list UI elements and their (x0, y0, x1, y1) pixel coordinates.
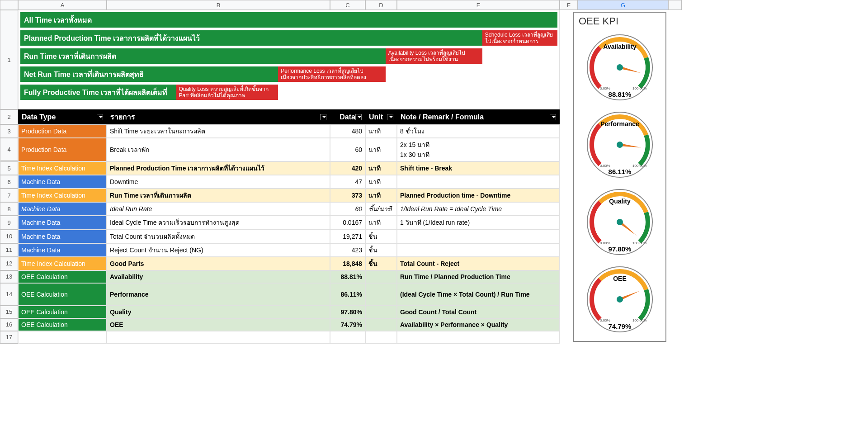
cell-datatype[interactable]: Machine Data (18, 243, 107, 257)
cell-item[interactable]: Ideal Run Rate (107, 202, 330, 216)
cell-unit[interactable]: ชิ้น (365, 230, 397, 243)
cell-unit[interactable] (365, 318, 397, 331)
cell-unit[interactable]: นาที (365, 161, 397, 175)
cell-note[interactable]: 8 ชั่วโมง (397, 124, 560, 138)
row-header-1[interactable]: 1 (0, 10, 18, 109)
row-header-14[interactable]: 14 (0, 283, 18, 306)
cell-data[interactable]: 60 (330, 138, 365, 161)
empty-cell[interactable] (107, 331, 330, 344)
row-header-16[interactable]: 16 (0, 318, 18, 331)
cell-note[interactable]: 1 วินาที (1/Ideal run rate) (397, 216, 560, 229)
row-header-15[interactable]: 15 (0, 306, 18, 318)
cell-note[interactable] (397, 175, 560, 189)
col-header-A[interactable]: A (18, 0, 107, 10)
row-header-11[interactable]: 11 (0, 243, 18, 257)
cell-note[interactable]: 2x 15 นาที 1x 30 นาที (397, 138, 560, 161)
cell-unit[interactable]: นาที (365, 189, 397, 202)
cell-note[interactable]: (Ideal Cycle Time × Total Count) / Run T… (397, 283, 560, 306)
row-header-13[interactable]: 13 (0, 270, 18, 283)
cell-datatype[interactable]: Machine Data (18, 230, 107, 243)
filter-icon[interactable] (320, 114, 326, 120)
row-header-17[interactable]: 17 (0, 331, 18, 344)
row-header-5[interactable]: 5 (0, 161, 18, 175)
col-header-F[interactable]: F (560, 0, 578, 10)
cell-item[interactable]: Shift Time ระยะเวลาในกะการผลิต (107, 124, 330, 138)
cell-item[interactable]: Planned Production Time เวลาการผลิตที่ได… (107, 161, 330, 175)
cell-item[interactable]: Good Parts (107, 257, 330, 270)
cell-data[interactable]: 88.81% (330, 270, 365, 283)
row-header-7[interactable]: 7 (0, 189, 18, 202)
cell-item[interactable]: Availability (107, 270, 330, 283)
cell-data[interactable]: 18,848 (330, 257, 365, 270)
col-header-B[interactable]: B (107, 0, 330, 10)
cell-unit[interactable]: ชิ้น/นาที (365, 202, 397, 216)
cell-item[interactable]: OEE (107, 318, 330, 331)
filter-icon[interactable] (355, 114, 362, 120)
cell-datatype[interactable]: OEE Calculation (18, 318, 107, 331)
cell-data[interactable]: 47 (330, 175, 365, 189)
empty-cell[interactable] (397, 331, 560, 344)
cell-data[interactable]: 420 (330, 161, 365, 175)
row-header-3[interactable]: 3 (0, 124, 18, 138)
cell-item[interactable]: Ideal Cycle Time ความเร็วรอบการทำงานสูงส… (107, 216, 330, 229)
cell-datatype[interactable]: Machine Data (18, 202, 107, 216)
cell-unit[interactable]: นาที (365, 216, 397, 229)
empty-cell[interactable] (365, 331, 397, 344)
cell-data[interactable]: 0.0167 (330, 216, 365, 229)
cell-unit[interactable] (365, 283, 397, 306)
col-header-E[interactable]: E (397, 0, 560, 10)
cell-note[interactable]: Shift time - Break (397, 161, 560, 175)
cell-unit[interactable]: ชิ้น (365, 243, 397, 257)
cell-data[interactable]: 86.11% (330, 283, 365, 306)
cell-datatype[interactable]: Machine Data (18, 175, 107, 189)
cell-unit[interactable]: นาที (365, 138, 397, 161)
col-header-C[interactable]: C (330, 0, 365, 10)
header-datatype[interactable]: Data Type (18, 109, 107, 124)
row-header-10[interactable]: 10 (0, 230, 18, 243)
header-note[interactable]: Note / Remark / Formula (397, 109, 560, 124)
cell-datatype[interactable]: Machine Data (18, 216, 107, 229)
cell-data[interactable]: 480 (330, 124, 365, 138)
cell-note[interactable]: Planned Production time - Downtime (397, 189, 560, 202)
cell-item[interactable]: Run Time เวลาที่เดินการผลิต (107, 189, 330, 202)
cell-datatype[interactable]: Time Index Calculation (18, 189, 107, 202)
cell-datatype[interactable]: Time Index Calculation (18, 161, 107, 175)
cell-data[interactable]: 373 (330, 189, 365, 202)
row-header-8[interactable]: 8 (0, 202, 18, 216)
cell-note[interactable]: Run Time / Planned Production Time (397, 270, 560, 283)
cell-unit[interactable]: นาที (365, 124, 397, 138)
header-unit[interactable]: Unit (365, 109, 397, 124)
row-header-9[interactable]: 9 (0, 216, 18, 229)
cell-data[interactable]: 97.80% (330, 306, 365, 318)
row-header-6[interactable]: 6 (0, 175, 18, 189)
cell-datatype[interactable]: OEE Calculation (18, 306, 107, 318)
cell-item[interactable]: Quality (107, 306, 330, 318)
select-all-corner[interactable] (0, 0, 18, 10)
header-data[interactable]: Data (330, 109, 365, 124)
row-header-12[interactable]: 12 (0, 257, 18, 270)
empty-cell[interactable] (330, 331, 365, 344)
cell-note[interactable]: 1/Ideal Run Rate = Ideal Cycle Time (397, 202, 560, 216)
filter-icon[interactable] (387, 114, 393, 120)
col-header-D[interactable]: D (365, 0, 397, 10)
row-header-4[interactable]: 4 (0, 138, 18, 161)
cell-data[interactable]: 423 (330, 243, 365, 257)
cell-note[interactable] (397, 243, 560, 257)
empty-cell[interactable] (18, 331, 107, 344)
row-header-2[interactable]: 2 (0, 109, 18, 124)
cell-item[interactable]: Break เวลาพัก (107, 138, 330, 161)
cell-note[interactable]: Availability × Performance × Quality (397, 318, 560, 331)
cell-data[interactable]: 19,271 (330, 230, 365, 243)
cell-datatype[interactable]: Time Index Calculation (18, 257, 107, 270)
cell-datatype[interactable]: OEE Calculation (18, 270, 107, 283)
filter-icon[interactable] (550, 114, 556, 120)
cell-unit[interactable]: นาที (365, 175, 397, 189)
header-item[interactable]: รายการ (107, 109, 330, 124)
cell-unit[interactable] (365, 270, 397, 283)
col-header-G[interactable]: G (578, 0, 668, 10)
cell-note[interactable]: Good Count / Total Count (397, 306, 560, 318)
cell-datatype[interactable]: Production Data (18, 124, 107, 138)
cell-datatype[interactable]: OEE Calculation (18, 283, 107, 306)
cell-item[interactable]: Total Count จำนวนผลิตทั้งหมด (107, 230, 330, 243)
cell-data[interactable]: 74.79% (330, 318, 365, 331)
